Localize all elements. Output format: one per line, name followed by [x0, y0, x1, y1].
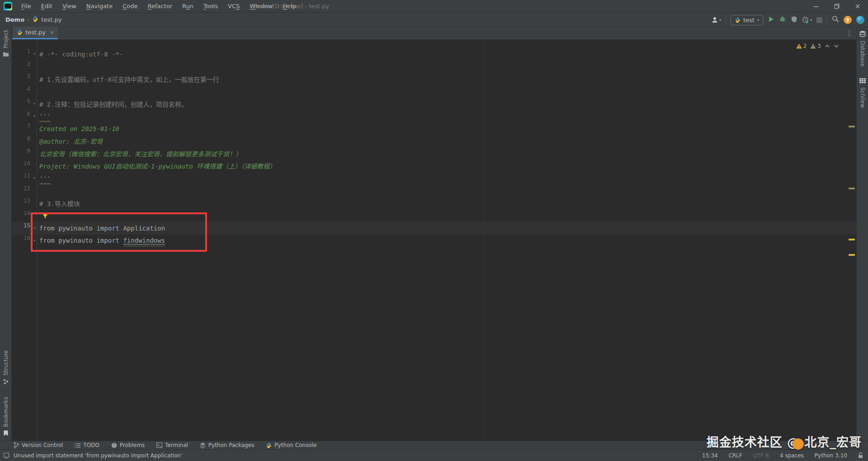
menu-navigate[interactable]: Navigate — [81, 0, 118, 13]
code-line-1[interactable]: # -*- coding:utf-8 -*- — [39, 48, 123, 61]
fold-marker[interactable]: ▾ — [32, 110, 37, 123]
menu-vcs[interactable]: VCS — [223, 0, 245, 13]
profiler-button[interactable]: ▾ — [802, 16, 812, 24]
debug-button[interactable] — [779, 15, 786, 24]
minimize-button[interactable] — [806, 0, 826, 13]
line-number-12: 12 — [12, 185, 30, 198]
menu-refactor[interactable]: Refactor — [142, 0, 177, 13]
scrollbar-mark-weak[interactable] — [849, 188, 855, 189]
code-line-3[interactable]: # 1.先设置编码，utf-8可支持中英文，如上，一般放在第一行 — [39, 73, 219, 85]
code-line-13[interactable]: # 3.导入模块 — [39, 197, 80, 210]
prev-problem-icon[interactable] — [825, 43, 830, 49]
code-line-9[interactable]: 北京宏哥（微信搜索：北京宏哥，关注宏哥，提前解锁更多测试干货！） — [39, 147, 242, 160]
file-encoding[interactable]: UTF-8 — [753, 452, 769, 459]
structure-icon — [3, 379, 9, 384]
tool-button-python-packages[interactable]: Python Packages — [200, 442, 254, 448]
next-problem-icon[interactable] — [834, 43, 839, 49]
unlock-icon[interactable] — [858, 452, 863, 458]
code-editor[interactable]: 1▾2345▾6▾7891011▾12131415▾16▾ # -*- codi… — [12, 40, 856, 441]
tab-testpy[interactable]: test.py × — [12, 27, 58, 39]
update-available-button[interactable] — [844, 16, 852, 24]
fold-marker[interactable]: ▾ — [32, 48, 37, 61]
menu-edit[interactable]: Edit — [36, 0, 57, 13]
chevron-down-icon: ▾ — [719, 18, 721, 22]
fold-marker[interactable]: ▾ — [32, 98, 37, 110]
tool-button-project[interactable]: Project — [3, 30, 9, 57]
breadcrumb-file[interactable]: test.py — [41, 16, 61, 23]
structure-label: Structure — [3, 350, 9, 376]
python-file-icon — [32, 16, 38, 24]
code-line-6[interactable]: ''' — [39, 110, 51, 123]
navigation-bar: Demo › test.py ▾ test ▾ ▾ — [0, 13, 868, 27]
tool-button-database[interactable]: Database — [859, 31, 866, 66]
folder-icon — [3, 52, 9, 57]
code-line-7[interactable]: Created on 2025-01-16 — [39, 122, 119, 135]
coverage-shield-icon — [791, 16, 797, 23]
tab-close-icon[interactable]: × — [49, 29, 54, 36]
sciview-label: SciView — [859, 87, 866, 108]
user-account-button[interactable]: ▾ — [711, 16, 721, 24]
chevron-down-icon: ▾ — [810, 18, 812, 22]
menu-run[interactable]: Run — [177, 0, 198, 13]
line-number-7: 7 — [12, 122, 30, 135]
run-button[interactable] — [768, 16, 774, 24]
code-line-5[interactable]: # 2.注释：包括记录创建时间，创建人，项目名称。 — [39, 98, 188, 110]
tool-button-structure[interactable]: Structure — [3, 350, 9, 384]
search-icon — [832, 15, 839, 23]
code-with-me-button[interactable] — [856, 16, 864, 24]
code-line-8[interactable]: @author: 北京-宏哥 — [39, 135, 103, 148]
menu-view[interactable]: View — [57, 0, 81, 13]
inspection-widget[interactable]: 2 3 — [796, 41, 839, 52]
right-tool-stripe: Database SciView — [856, 27, 868, 441]
breadcrumb-project[interactable]: Demo — [5, 16, 24, 23]
tool-button-terminal[interactable]: Terminal — [156, 442, 188, 448]
run-configuration-label: test — [743, 17, 755, 24]
terminal-icon — [156, 442, 162, 448]
line-number-5: 5 — [12, 98, 30, 110]
scrollbar-mark-weak[interactable] — [849, 126, 855, 127]
tool-button-version-control[interactable]: Version Control — [14, 442, 63, 448]
code-line-11[interactable]: ''' — [39, 172, 51, 185]
sciview-grid-icon — [859, 78, 866, 84]
toolbar-separator — [827, 15, 827, 24]
search-everywhere-button[interactable] — [832, 15, 839, 24]
line-number-10: 10 — [12, 160, 30, 173]
editor-options-icon[interactable]: ⋮ — [846, 29, 853, 37]
scrollbar-mark-warning[interactable] — [849, 239, 855, 240]
fold-marker[interactable]: ▾ — [32, 172, 37, 185]
python-interpreter[interactable]: Python 3.10 — [815, 452, 847, 459]
line-ending[interactable]: CRLF — [729, 452, 742, 459]
run-configuration-select[interactable]: test ▾ — [731, 15, 763, 25]
editor-tab-bar: test.py × ⋮ — [12, 27, 856, 40]
run-with-coverage-button[interactable] — [791, 16, 797, 24]
line-number-6: 6 — [12, 110, 30, 123]
packages-icon — [200, 442, 206, 448]
tool-button-bookmarks[interactable]: Bookmarks — [3, 397, 9, 436]
menu-tools[interactable]: Tools — [198, 0, 223, 13]
code-line-10[interactable]: Project: Windows GUI自动化测试-1-pywinauto 环境… — [39, 160, 276, 173]
close-button[interactable]: × — [847, 0, 868, 13]
restore-button[interactable] — [826, 0, 847, 13]
menu-code[interactable]: Code — [118, 0, 142, 13]
caret-position[interactable]: 15:34 — [702, 452, 718, 459]
database-icon — [859, 31, 866, 38]
tool-button-todo[interactable]: TODO — [75, 442, 99, 448]
warning-count[interactable]: 2 — [796, 43, 807, 49]
play-icon — [768, 16, 774, 23]
tool-button-problems[interactable]: Problems — [111, 442, 145, 448]
arrow-up-icon — [845, 18, 850, 22]
line-number-16: 16 — [12, 235, 30, 247]
git-branch-icon — [14, 442, 19, 448]
warning-icon — [796, 43, 802, 49]
menu-file[interactable]: File — [16, 0, 36, 13]
breadcrumb: Demo › test.py — [5, 16, 61, 24]
left-tool-stripe: Project Structure Bookmarks — [0, 27, 12, 441]
bug-icon — [779, 15, 786, 23]
indent-style[interactable]: 4 spaces — [780, 452, 804, 459]
python-file-icon — [17, 29, 23, 35]
scrollbar-mark-warning[interactable] — [849, 254, 855, 256]
tool-button-sciview[interactable]: SciView — [859, 78, 866, 108]
tool-button-python-console[interactable]: Python Console — [266, 442, 316, 448]
weak-warning-count[interactable]: 3 — [810, 43, 821, 49]
bookmarks-label: Bookmarks — [3, 397, 9, 427]
